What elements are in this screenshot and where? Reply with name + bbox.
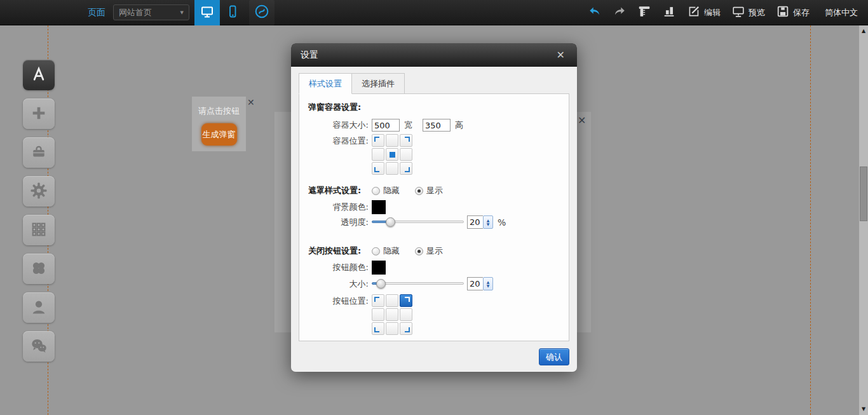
button-size-stepper[interactable]: ▲ ▼ <box>483 277 493 290</box>
ruler-button[interactable] <box>637 4 651 20</box>
mask-hide-radio[interactable] <box>372 187 380 195</box>
save-label: 保存 <box>793 7 810 18</box>
page-select-dropdown[interactable]: 网站首页 ▼ <box>113 4 189 20</box>
opacity-unit-label: % <box>498 217 506 228</box>
btnpos-bottom-center[interactable] <box>386 322 398 335</box>
slider-thumb[interactable] <box>386 217 395 227</box>
corner-tl-icon <box>374 297 379 302</box>
pos-top-center[interactable] <box>386 134 398 147</box>
generate-popup-button[interactable]: 生成弹窗 <box>201 123 237 146</box>
width-input[interactable] <box>372 119 400 132</box>
mobile-view-button[interactable] <box>220 0 245 25</box>
pos-bottom-right[interactable] <box>400 162 412 175</box>
bar-chart-icon <box>662 4 676 20</box>
plus-icon <box>30 104 48 124</box>
button-size-value[interactable]: 20 <box>467 277 483 290</box>
height-input[interactable] <box>423 119 451 132</box>
widget-hint-text: 请点击按钮 <box>198 105 240 117</box>
corner-bl-icon <box>374 167 379 172</box>
center-square-icon <box>390 152 395 158</box>
btnpos-center[interactable] <box>386 308 398 321</box>
opacity-stepper[interactable]: ▲ ▼ <box>483 215 493 229</box>
mask-hide-label[interactable]: 隐藏 <box>383 185 400 196</box>
vertical-scrollbar[interactable]: ▲ ▼ <box>859 25 868 415</box>
btnpos-bottom-right[interactable] <box>400 322 412 335</box>
sidebar-item-wechat[interactable] <box>23 331 55 362</box>
corner-tr-icon <box>405 297 410 302</box>
sidebar-item-add[interactable] <box>23 99 55 129</box>
btnpos-top-center[interactable] <box>386 294 398 307</box>
preview-label: 预览 <box>749 7 765 18</box>
pos-bottom-center[interactable] <box>386 162 398 175</box>
redo-icon <box>613 4 627 20</box>
monitor-icon <box>200 4 215 21</box>
stepper-down-icon[interactable]: ▼ <box>487 284 490 288</box>
close-show-label[interactable]: 显示 <box>426 245 443 257</box>
style-settings-panel: 弹窗容器设置: 容器大小: 宽 高 容器位置: 遮罩样式设置: <box>299 93 569 341</box>
sidebar-item-user[interactable] <box>23 292 55 323</box>
opacity-slider[interactable] <box>372 217 464 227</box>
dialog-close-icon[interactable]: ✕ <box>554 48 567 62</box>
sidebar-item-apps[interactable] <box>23 60 55 90</box>
btnpos-bottom-left[interactable] <box>372 322 384 335</box>
pos-top-left[interactable] <box>372 134 384 147</box>
scrollbar-thumb[interactable] <box>860 167 867 221</box>
button-size-spinner: 20 ▲ ▼ <box>467 277 493 290</box>
popup-close-icon[interactable]: ✕ <box>578 114 586 126</box>
link-icon <box>254 3 270 22</box>
stats-button[interactable] <box>662 4 676 20</box>
close-show-radio[interactable] <box>415 247 423 255</box>
opacity-value[interactable]: 20 <box>467 215 483 229</box>
link-mode-button[interactable] <box>249 0 275 25</box>
pos-mid-left[interactable] <box>372 148 384 161</box>
scroll-down-icon[interactable]: ▼ <box>859 405 868 414</box>
pos-bottom-left[interactable] <box>372 162 384 175</box>
button-color-swatch[interactable] <box>372 261 386 275</box>
undo-icon <box>588 4 602 20</box>
btnpos-mid-right[interactable] <box>400 308 412 321</box>
mask-show-label[interactable]: 显示 <box>426 185 443 196</box>
pos-top-right[interactable] <box>400 134 412 147</box>
btnpos-top-left[interactable] <box>372 294 384 307</box>
redo-button[interactable] <box>613 4 627 20</box>
button-size-slider[interactable] <box>372 279 464 289</box>
save-button[interactable]: 保存 <box>776 4 810 20</box>
tab-style-settings[interactable]: 样式设置 <box>299 73 352 94</box>
page-select-value: 网站首页 <box>119 7 152 18</box>
desktop-view-button[interactable] <box>194 0 220 25</box>
gear-icon <box>29 181 48 202</box>
mask-show-radio[interactable] <box>415 187 423 195</box>
sidebar-item-widgets[interactable] <box>23 254 55 284</box>
preview-button[interactable]: 预览 <box>731 4 765 20</box>
btnpos-mid-left[interactable] <box>372 308 384 321</box>
edit-pencil-icon <box>687 4 701 20</box>
confirm-button[interactable]: 确认 <box>539 348 569 365</box>
stepper-down-icon[interactable]: ▼ <box>487 222 490 226</box>
language-switcher[interactable]: 简体中文 <box>825 7 858 18</box>
close-hide-label[interactable]: 隐藏 <box>383 245 400 257</box>
sidebar-item-toolbox[interactable] <box>23 137 55 168</box>
undo-button[interactable] <box>588 4 602 20</box>
button-size-label: 大小: <box>308 278 372 290</box>
app-design-icon <box>29 65 48 86</box>
widget-close-icon[interactable]: ✕ <box>247 97 255 107</box>
height-unit-label: 高 <box>455 119 463 131</box>
tab-select-plugin[interactable]: 选择插件 <box>352 73 405 94</box>
container-size-label: 容器大小: <box>308 119 372 131</box>
dialog-header[interactable]: 设置 ✕ <box>291 43 577 67</box>
container-position-label: 容器位置: <box>308 134 372 147</box>
close-hide-radio[interactable] <box>372 247 380 255</box>
edit-button[interactable]: 编辑 <box>687 4 721 20</box>
bg-color-swatch[interactable] <box>372 200 386 214</box>
scroll-up-icon[interactable]: ▲ <box>859 27 868 36</box>
opacity-label: 透明度: <box>308 217 372 228</box>
clover-icon <box>30 259 48 279</box>
slider-thumb[interactable] <box>376 279 386 289</box>
btnpos-top-right[interactable] <box>400 294 412 307</box>
sidebar-item-settings[interactable] <box>23 176 55 207</box>
trigger-widget[interactable]: 请点击按钮 生成弹窗 <box>192 97 246 151</box>
button-position-label: 按钮位置: <box>308 294 372 307</box>
pos-center[interactable] <box>386 148 398 161</box>
sidebar-item-modules[interactable] <box>23 215 55 245</box>
pos-mid-right[interactable] <box>400 148 412 161</box>
